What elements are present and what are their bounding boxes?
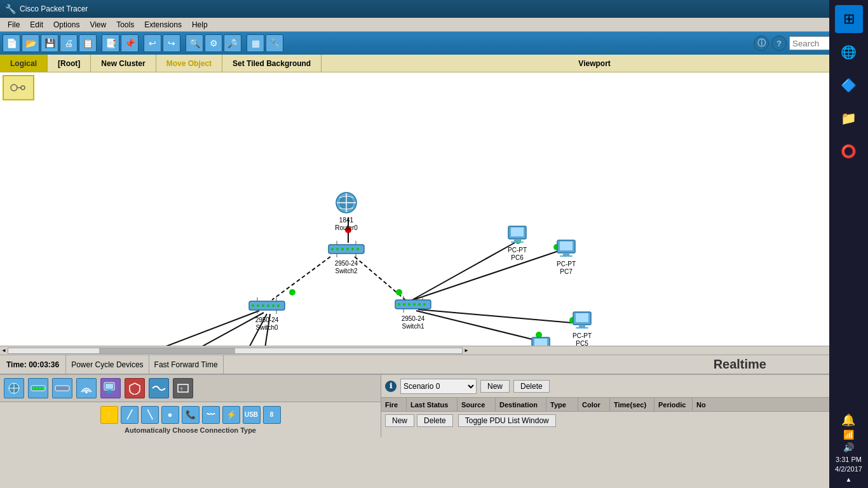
svg-point-45 <box>272 304 275 307</box>
paste-button[interactable]: 📌 <box>121 34 139 52</box>
logical-workspace-icon[interactable] <box>3 75 34 100</box>
delete-pdu-button[interactable]: Delete <box>417 414 453 427</box>
opera-icon[interactable]: ⭕ <box>835 137 863 165</box>
phone-cable-icon[interactable]: 📞 <box>182 406 200 424</box>
menu-help[interactable]: Help <box>187 19 213 30</box>
hub-icon[interactable] <box>52 378 72 398</box>
octal-cable-icon[interactable]: 8 <box>263 406 281 424</box>
svg-point-41 <box>252 304 254 307</box>
svg-point-99 <box>36 387 38 390</box>
crossover-cable-icon[interactable]: ╲ <box>141 406 159 424</box>
switch-icon[interactable] <box>28 378 48 398</box>
move-object-button[interactable]: Move Object <box>156 55 222 72</box>
router0-node[interactable]: 1841Router0 <box>330 190 362 232</box>
pc7-node[interactable]: PC-PTPC7 <box>555 239 578 276</box>
pc-icon[interactable] <box>100 378 121 398</box>
new-button[interactable]: 📄 <box>3 34 20 52</box>
info-button[interactable]: ⓘ <box>754 36 769 51</box>
toolbar: 📄 📂 💾 🖨 📋 📑 📌 ↩ ↪ 🔍 ⚙ 🔎 ▦ 🔧 ⓘ ? <box>0 32 868 55</box>
print-button[interactable]: 🖨 <box>60 34 78 52</box>
grid-button[interactable]: ▦ <box>247 34 264 52</box>
svg-point-54 <box>408 303 410 306</box>
menu-file[interactable]: File <box>3 19 25 30</box>
scenario-select[interactable]: Scenario 0 <box>400 379 477 394</box>
switch0-node[interactable]: 2950-24Switch0 <box>248 296 286 332</box>
windows-taskbar: ⊞ 🌐 🔷 📁 ⭕ 🔔 📶 🔊 3:31 PM 4/2/2017 ▲ <box>829 0 868 488</box>
svg-point-31 <box>336 248 339 250</box>
file-explorer-icon[interactable]: 📁 <box>835 104 863 132</box>
toggle-pdu-button[interactable]: Toggle PDU List Window <box>458 414 556 427</box>
router-icon[interactable] <box>4 378 24 398</box>
serial-cable-icon[interactable]: ⚡ <box>222 406 240 424</box>
app-title: Cisco Packet Tracer <box>20 4 88 13</box>
pc6-label: PC-PTPC6 <box>508 247 527 262</box>
wan-icon[interactable] <box>149 378 169 398</box>
save-button[interactable]: 💾 <box>41 34 58 52</box>
redo-button[interactable]: ↪ <box>163 34 180 52</box>
undo-button[interactable]: ↩ <box>144 34 161 52</box>
h-scroll-thumb[interactable] <box>99 348 235 353</box>
delete-scenario-button[interactable]: Delete <box>513 380 550 393</box>
new-cluster-button[interactable]: New Cluster <box>91 55 156 72</box>
usb-cable-icon[interactable]: USB <box>243 406 261 424</box>
menu-options[interactable]: Options <box>48 19 85 30</box>
windows-start-button[interactable]: ⊞ <box>835 5 863 33</box>
svg-point-35 <box>356 248 359 250</box>
pc6-node[interactable]: PC-PTPC6 <box>506 225 529 262</box>
svg-text:?: ? <box>180 386 183 392</box>
new-pdu-button[interactable]: New <box>385 414 414 427</box>
notification-icon[interactable]: 🔔 <box>841 413 855 427</box>
menu-view[interactable]: View <box>85 19 111 30</box>
last-status-col-header: Last Status <box>407 398 458 411</box>
scenario-info-button[interactable]: ℹ <box>385 381 397 392</box>
clipboard-button[interactable]: 📋 <box>79 34 97 52</box>
chrome-icon[interactable]: 🌐 <box>835 38 863 66</box>
auto-choose-label: Automatically Choose Connection Type <box>125 426 256 434</box>
zoom-out-button[interactable]: 🔎 <box>224 34 241 52</box>
wireless-icon[interactable] <box>76 378 97 398</box>
svg-rect-85 <box>576 327 588 329</box>
svg-point-53 <box>403 303 405 306</box>
straight-cable-icon[interactable]: ╱ <box>121 406 139 424</box>
settings-button[interactable]: ⚙ <box>205 34 222 52</box>
menu-edit[interactable]: Edit <box>25 19 48 30</box>
svg-rect-88 <box>514 239 520 241</box>
horizontal-scrollbar[interactable]: ◄ ► <box>0 346 868 355</box>
fast-forward-button[interactable]: Fast Forward Time <box>149 355 224 374</box>
scroll-right-button[interactable]: ► <box>464 348 469 353</box>
help-button[interactable]: ? <box>771 36 787 51</box>
scroll-left-button[interactable]: ◄ <box>1 348 6 353</box>
viewport-button[interactable]: Viewport <box>322 55 868 72</box>
network-tray-icon[interactable]: 📶 <box>843 430 854 440</box>
color-col-header: Color <box>578 398 610 411</box>
menu-extensions[interactable]: Extensions <box>139 19 187 30</box>
pc5-node[interactable]: PC-PTPC5 <box>571 311 593 346</box>
set-tiled-bg-button[interactable]: Set Tiled Background <box>222 55 322 72</box>
coax-cable-icon[interactable]: 〰 <box>202 406 220 424</box>
custom-icon[interactable]: ? <box>173 378 193 398</box>
network-canvas[interactable]: 1841Router0 2950-24Switch2 <box>0 72 830 346</box>
new-scenario-button[interactable]: New <box>480 380 510 393</box>
edge-icon[interactable]: 🔷 <box>835 71 863 99</box>
switch2-label: 2950-24Switch2 <box>335 260 358 275</box>
root-button[interactable]: [Root] <box>48 55 91 72</box>
svg-line-12 <box>410 243 515 301</box>
custom-button[interactable]: 🔧 <box>266 34 283 52</box>
menu-tools[interactable]: Tools <box>111 19 139 30</box>
copy-button[interactable]: 📑 <box>102 34 119 52</box>
security-icon[interactable] <box>125 378 145 398</box>
lightning-icon[interactable]: ⚡ <box>100 406 118 424</box>
zoom-button[interactable]: 🔍 <box>186 34 203 52</box>
svg-point-0 <box>11 85 17 91</box>
volume-icon[interactable]: 🔊 <box>843 442 854 452</box>
switch2-node[interactable]: 2950-24Switch2 <box>327 240 365 275</box>
svg-line-11 <box>418 309 580 323</box>
logical-button[interactable]: Logical <box>0 55 48 72</box>
fiber-cable-icon[interactable]: ● <box>161 406 179 424</box>
power-cycle-button[interactable]: Power Cycle Devices <box>66 355 149 374</box>
h-scroll-track[interactable] <box>8 348 463 354</box>
expand-tray-button[interactable]: ▲ <box>846 476 852 483</box>
open-button[interactable]: 📂 <box>22 34 39 52</box>
pc4-node[interactable]: PC-PTPC4 <box>529 336 552 346</box>
switch1-node[interactable]: 2950-24Switch1 <box>394 295 432 330</box>
